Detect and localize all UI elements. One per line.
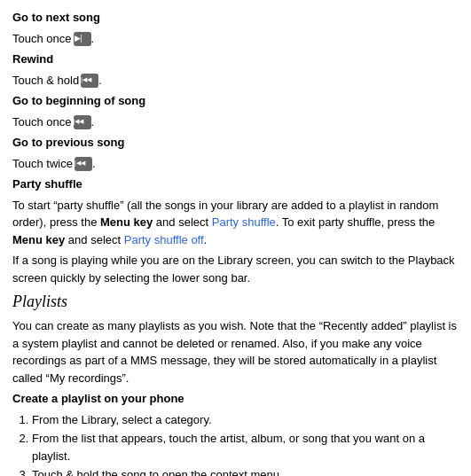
party-body4: and select [65, 233, 124, 246]
playlists-intro: You can create as many playlists as you … [12, 317, 459, 386]
heading-next-song: Go to next song [12, 9, 459, 27]
section-rewind: Rewind Touch & hold. [12, 51, 459, 89]
icon-fwd-next [74, 32, 91, 46]
period-previous: . [92, 157, 96, 170]
heading-previous: Go to previous song [12, 134, 459, 152]
section-next-song: Go to next song Touch once. [12, 9, 459, 47]
body-previous: Touch twice. [12, 155, 459, 173]
period-beginning: . [91, 115, 95, 129]
menu-key-1: Menu key [100, 215, 153, 229]
step-2: From the list that appears, touch the ar… [32, 430, 459, 464]
period-next: . [91, 32, 95, 45]
icon-rew-rewind [81, 74, 98, 88]
heading-rewind: Rewind [12, 51, 459, 68]
menu-key-2: Menu key [12, 233, 65, 246]
icon-rew-previous [75, 157, 92, 171]
heading-party-shuffle: Party shuffle [12, 176, 459, 193]
period-rewind: . [98, 74, 102, 87]
section-playlists: Playlists You can create as many playlis… [12, 290, 459, 476]
body-beginning: Touch once. [12, 113, 459, 131]
party-body6: If a song is playing while you are on th… [12, 252, 459, 286]
heading-playlists: Playlists [12, 290, 459, 314]
party-body5: . [204, 233, 208, 246]
section-beginning: Go to beginning of song Touch once. [12, 92, 459, 130]
playlist-steps: From the Library, select a category. Fro… [12, 411, 459, 477]
link-party-shuffle-off[interactable]: Party shuffle off [124, 233, 204, 246]
icon-rew-beginning [74, 115, 91, 129]
body-party-shuffle: To start “party shuffle” (all the songs … [12, 197, 459, 249]
text-touch-once-next: Touch once [12, 32, 72, 45]
text-touch-hold-rewind: Touch & hold [12, 74, 79, 87]
section-previous: Go to previous song Touch twice. [12, 134, 459, 172]
body-rewind: Touch & hold. [12, 72, 459, 90]
text-touch-once-beginning: Touch once [12, 115, 72, 129]
section-party-shuffle: Party shuffle To start “party shuffle” (… [12, 176, 459, 286]
step-1: From the Library, select a category. [32, 411, 459, 429]
step-3: Touch & hold the song to open the contex… [32, 466, 459, 476]
text-touch-twice-previous: Touch twice [12, 157, 73, 170]
link-party-shuffle[interactable]: Party shuffle [212, 215, 276, 229]
party-body2: and select [153, 215, 212, 229]
heading-beginning: Go to beginning of song [12, 92, 459, 110]
body-next-song: Touch once. [12, 30, 459, 48]
party-body3: . To exit party shuffle, press the [276, 215, 435, 229]
heading-create-playlist: Create a playlist on your phone [12, 390, 459, 408]
